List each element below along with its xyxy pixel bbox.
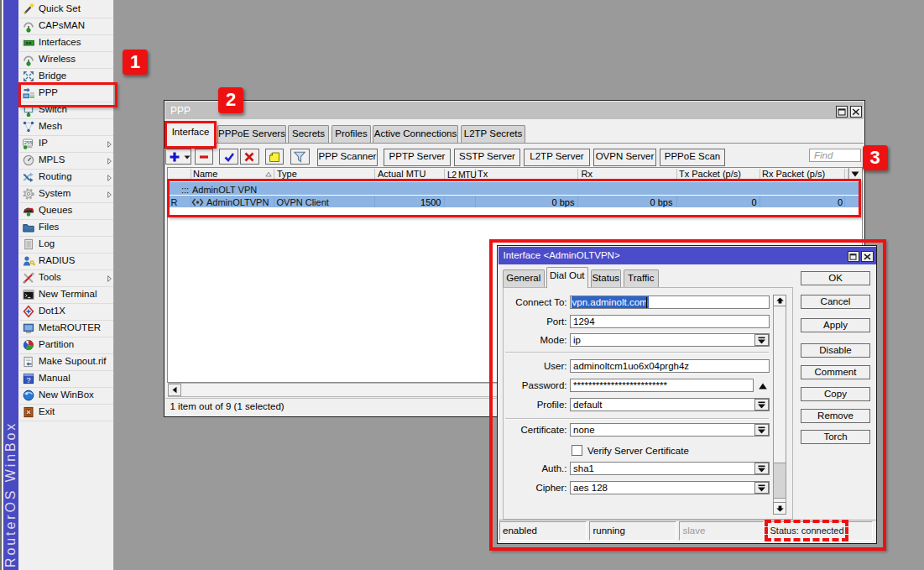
svg-text:?: ? <box>27 376 31 384</box>
svg-text:255: 255 <box>24 140 33 145</box>
